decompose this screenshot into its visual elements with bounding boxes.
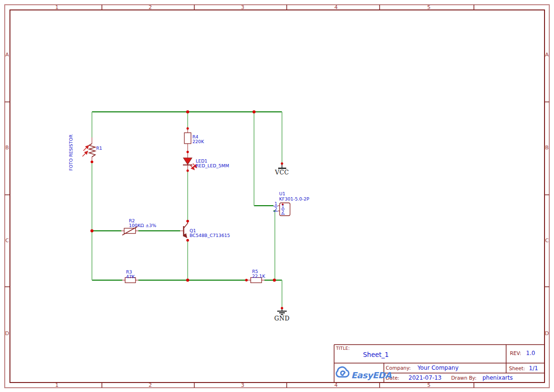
gnd-bars bbox=[277, 311, 287, 315]
net-flag-vcc[interactable]: VCC bbox=[274, 164, 289, 176]
frame-row-label: A bbox=[545, 52, 549, 58]
frame-col-label: 5 bbox=[427, 4, 431, 10]
frame-col-label: 4 bbox=[335, 4, 338, 10]
frame-row-label: A bbox=[5, 52, 9, 58]
wire[interactable] bbox=[254, 206, 275, 211]
title-block: TITLE: Sheet_1 REV: 1.0 Company: Your Co… bbox=[334, 345, 545, 383]
led1-emit-arrow bbox=[191, 165, 194, 170]
component-r4[interactable]: R4 220K bbox=[184, 128, 204, 151]
frame-outer-border bbox=[5, 5, 549, 388]
component-r3[interactable]: R3 47K bbox=[122, 269, 138, 283]
schematic-canvas[interactable]: 1 2 3 4 5 1 2 3 4 5 A B C D A B C D bbox=[0, 0, 554, 392]
rev-value[interactable]: 1.0 bbox=[526, 350, 535, 356]
drawn-by-value[interactable]: phenixarts bbox=[482, 374, 513, 381]
frame-col-label: 1 bbox=[55, 4, 59, 10]
title-label: TITLE: bbox=[336, 346, 350, 351]
component-r2[interactable]: R2 100KΩ ±3% bbox=[121, 218, 156, 235]
frame-col-label: 2 bbox=[149, 382, 152, 388]
component-u1-connector[interactable]: 1 2 1 2 U1 KF301-5.0-2P bbox=[273, 191, 309, 216]
r4-body[interactable] bbox=[184, 133, 191, 144]
component-r5[interactable]: R5 22.1K bbox=[246, 269, 265, 283]
easyeda-logo-text: EasyEDA bbox=[351, 370, 391, 380]
r1-zigzag bbox=[89, 144, 95, 157]
easyeda-cloud-swirl bbox=[341, 371, 345, 375]
r1-annotation-label[interactable]: FOTO RESISTOR bbox=[68, 134, 73, 171]
sheet-title-value[interactable]: Sheet_1 bbox=[363, 351, 389, 358]
vcc-label[interactable]: VCC bbox=[274, 169, 289, 176]
frame-ticks bbox=[5, 5, 549, 388]
component-r1-photoresistor[interactable]: R1 FOTO RESISTOR bbox=[68, 134, 102, 171]
sheet-frame: 1 2 3 4 5 1 2 3 4 5 A B C D A B C D bbox=[5, 4, 549, 388]
easyeda-logo: EasyEDA bbox=[336, 367, 391, 380]
date-value[interactable]: 2021-07-13 bbox=[409, 374, 442, 381]
component-q1-transistor[interactable]: Q1 BC548B_C713615 bbox=[180, 221, 230, 240]
u1-pin1-number: 1 bbox=[274, 201, 277, 206]
frame-col-label: 4 bbox=[335, 382, 338, 388]
frame-row-label: C bbox=[545, 237, 549, 244]
r3-value-label[interactable]: 47K bbox=[126, 274, 135, 279]
u1-value-label[interactable]: KF301-5.0-2P bbox=[279, 196, 309, 201]
net-flag-gnd[interactable]: GND bbox=[274, 309, 290, 322]
component-led1[interactable]: LED1 RED_LED_5MM bbox=[183, 153, 229, 170]
frame-row-label: B bbox=[5, 145, 9, 151]
frame-col-label: 1 bbox=[55, 382, 59, 388]
rev-label: REV: bbox=[510, 350, 521, 356]
frame-row-label: B bbox=[545, 145, 549, 151]
q1-value-label[interactable]: BC548B_C713615 bbox=[190, 233, 230, 238]
sheet-value[interactable]: 1/1 bbox=[529, 365, 538, 372]
frame-col-label: 5 bbox=[427, 382, 431, 388]
frame-row-label: D bbox=[5, 330, 9, 337]
u1-ref-label[interactable]: U1 bbox=[279, 191, 285, 196]
frame-row-label: C bbox=[5, 237, 9, 244]
r1-light-arrow bbox=[83, 146, 89, 151]
frame-col-label: 3 bbox=[241, 4, 245, 10]
drawn-by-label: Drawn By: bbox=[451, 375, 477, 381]
r2-value-label[interactable]: 100KΩ ±3% bbox=[129, 223, 156, 228]
frame-col-label: 3 bbox=[241, 382, 245, 388]
r5-value-label[interactable]: 22.1K bbox=[252, 273, 265, 279]
gnd-label[interactable]: GND bbox=[274, 315, 290, 322]
company-value[interactable]: Your Company bbox=[417, 365, 459, 371]
q1-emitter-arrow bbox=[184, 234, 187, 238]
frame-inner-border bbox=[10, 10, 545, 383]
frame-row-label: D bbox=[545, 330, 549, 337]
led1-value-label[interactable]: RED_LED_5MM bbox=[196, 163, 229, 168]
r1-light-arrow bbox=[82, 151, 88, 156]
u1-pin1-name: 1 bbox=[282, 204, 284, 209]
frame-ruler-labels: 1 2 3 4 5 1 2 3 4 5 A B C D A B C D bbox=[5, 4, 549, 388]
frame-col-label: 2 bbox=[149, 4, 152, 10]
u1-pin2-number: 2 bbox=[274, 207, 277, 211]
r4-value-label[interactable]: 220K bbox=[192, 139, 204, 144]
q1-collector bbox=[184, 221, 188, 228]
led1-triangle[interactable] bbox=[183, 158, 192, 164]
sheet-label: Sheet: bbox=[509, 365, 525, 371]
u1-pin2-name: 2 bbox=[282, 210, 284, 214]
r1-ref-label[interactable]: R1 bbox=[96, 146, 102, 151]
